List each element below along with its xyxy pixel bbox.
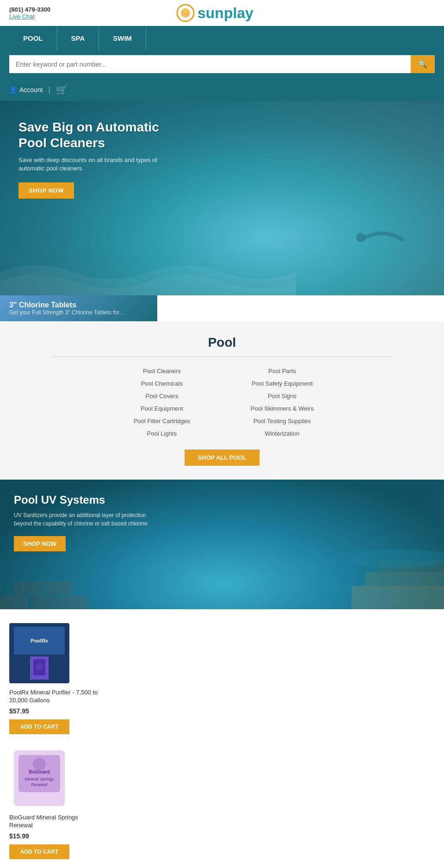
search-input[interactable] <box>9 55 411 73</box>
pool-links-grid: Pool Cleaners Pool Parts Pool Chemicals … <box>106 366 338 438</box>
product-card-poolrx: PoolRx PoolRx Mineral Purifier - 7,500 t… <box>9 623 102 734</box>
top-bar: (801) 479-3300 Live Chat sunplay <box>0 0 444 26</box>
shop-all-pool-button[interactable]: SHOP ALL POOL <box>185 450 259 466</box>
pool-link-testing[interactable]: Pool Testing Supplies <box>227 416 338 426</box>
account-link[interactable]: 👤 Account <box>9 86 43 94</box>
search-button[interactable]: 🔍 <box>411 55 435 73</box>
uv-title: Pool UV Systems <box>14 493 153 506</box>
pool-wave-decoration <box>0 249 296 295</box>
svg-rect-10 <box>60 595 88 609</box>
nav-bar: POOL SPA SWIM <box>0 26 444 50</box>
pool-section-divider <box>52 356 392 357</box>
pool-section: Pool Pool Cleaners Pool Parts Pool Chemi… <box>0 321 444 480</box>
svg-text:Mineral Springs: Mineral Springs <box>25 777 54 781</box>
hero-title: Save Big on Automatic Pool Cleaners <box>18 119 166 150</box>
add-to-cart-poolrx[interactable]: ADD TO CART <box>9 719 69 734</box>
nav-swim[interactable]: SWIM <box>99 26 146 50</box>
product-card-bioguard: BioGuard Mineral Springs Renewal BioGuar… <box>9 748 102 859</box>
svg-text:Renewal: Renewal <box>31 782 47 787</box>
hero-banner: Save Big on Automatic Pool Cleaners Save… <box>0 101 444 295</box>
products-section: PoolRx PoolRx Mineral Purifier - 7,500 t… <box>0 609 444 868</box>
svg-point-7 <box>352 549 444 568</box>
logo-text: sunplay <box>197 5 253 22</box>
product-price-bioguard: $15.99 <box>9 832 102 840</box>
svg-rect-5 <box>365 572 444 588</box>
svg-rect-9 <box>30 595 58 609</box>
pool-link-filter-cartridges[interactable]: Pool Filter Cartridges <box>106 416 217 426</box>
svg-point-18 <box>36 663 43 671</box>
uv-banner: Pool UV Systems UV Sanitizers provide an… <box>0 480 444 609</box>
pool-steps-decoration <box>352 540 444 609</box>
pool-link-safety[interactable]: Pool Safety Equipment <box>227 379 338 388</box>
phone-number[interactable]: (801) 479-3300 <box>9 6 50 13</box>
product-name-bioguard: BioGuard Mineral Springs Renewal <box>9 814 102 830</box>
nav-spa[interactable]: SPA <box>57 26 99 50</box>
top-bar-left: (801) 479-3300 Live Chat <box>9 6 50 20</box>
search-icon: 🔍 <box>418 60 427 68</box>
pool-link-parts[interactable]: Pool Parts <box>227 366 338 376</box>
svg-rect-11 <box>14 581 42 594</box>
pool-link-covers[interactable]: Pool Covers <box>106 391 217 401</box>
pool-link-signs[interactable]: Pool Signs <box>227 391 338 401</box>
account-bar: 👤 Account | 🛒 <box>0 81 444 101</box>
pool-link-lights[interactable]: Pool Lights <box>106 429 217 438</box>
product-image-poolrx: PoolRx <box>9 623 69 683</box>
brick-path-decoration <box>0 581 185 609</box>
bioguard-product-image: BioGuard Mineral Springs Renewal <box>12 748 67 808</box>
pool-link-winterization[interactable]: Winterization <box>227 429 338 438</box>
hero-content: Save Big on Automatic Pool Cleaners Save… <box>18 119 166 199</box>
svg-point-2 <box>183 8 188 13</box>
uv-subtitle: UV Sanitizers provide an additional laye… <box>14 511 153 528</box>
uv-content: Pool UV Systems UV Sanitizers provide an… <box>14 493 153 551</box>
uv-shop-now-button[interactable]: SHOP NOW <box>14 536 66 551</box>
svg-text:PoolRx: PoolRx <box>31 638 49 643</box>
chlorine-title: 3" Chlorine Tablets <box>9 301 148 309</box>
product-name-poolrx: PoolRx Mineral Purifier - 7,500 to 20,00… <box>9 689 102 705</box>
svg-rect-4 <box>352 586 444 609</box>
nav-pool[interactable]: POOL <box>9 26 57 50</box>
live-chat-link[interactable]: Live Chat <box>9 13 50 20</box>
account-label: Account <box>19 86 43 94</box>
account-cart-separator: | <box>49 86 50 94</box>
svg-point-24 <box>33 758 46 771</box>
swimmer-decoration <box>352 226 407 249</box>
pool-link-cleaners[interactable]: Pool Cleaners <box>106 366 217 376</box>
pool-link-skimmers[interactable]: Pool Skimmers & Weirs <box>227 404 338 413</box>
sunplay-logo-icon <box>176 4 195 22</box>
add-to-cart-bioguard[interactable]: ADD TO CART <box>9 844 69 859</box>
chlorine-strip: 3" Chlorine Tablets Get your Full Streng… <box>0 295 157 321</box>
svg-rect-8 <box>0 595 28 609</box>
svg-rect-12 <box>44 581 72 594</box>
product-price-poolrx: $57.95 <box>9 707 102 715</box>
search-bar: 🔍 <box>0 50 444 81</box>
poolrx-product-image: PoolRx <box>9 623 69 683</box>
pool-link-chemicals[interactable]: Pool Chemicals <box>106 379 217 388</box>
product-image-bioguard: BioGuard Mineral Springs Renewal <box>9 748 69 808</box>
hero-subtitle: Save with deep discounts on all brands a… <box>18 156 166 173</box>
chlorine-subtitle: Get your Full Strength 3" Chlorine Table… <box>9 309 148 316</box>
account-person-icon: 👤 <box>9 86 17 94</box>
pool-section-title: Pool <box>9 335 435 350</box>
logo[interactable]: sunplay <box>176 4 253 22</box>
pool-link-equipment[interactable]: Pool Equipment <box>106 404 217 413</box>
hero-shop-now-button[interactable]: SHOP NOW <box>18 182 74 199</box>
cart-icon[interactable]: 🛒 <box>56 84 68 95</box>
